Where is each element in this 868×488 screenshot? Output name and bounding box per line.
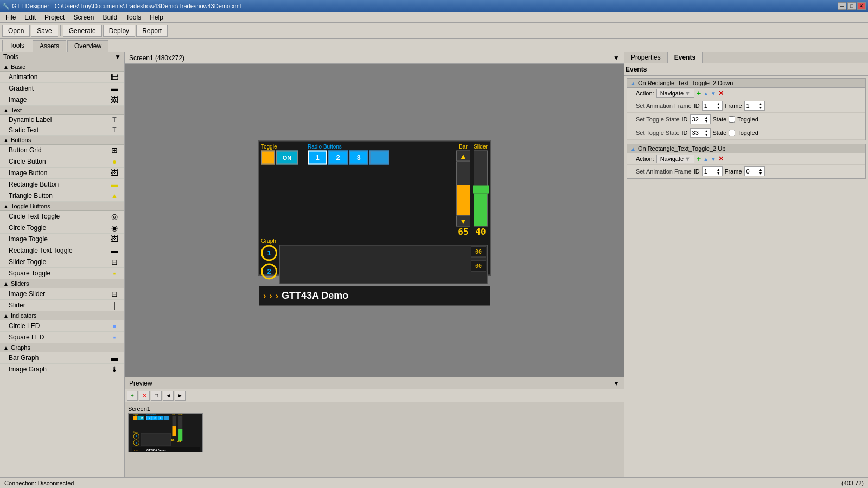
id-down-1[interactable]: ▼	[717, 106, 720, 110]
frame-spinner-1[interactable]: ▲ ▼	[759, 102, 763, 110]
tool-image-slider[interactable]: Image Slider ⊟	[0, 288, 124, 300]
tool-circle-button[interactable]: Circle Button ●	[0, 156, 124, 168]
preview-thumb[interactable]: ON 1 2 3	[128, 413, 203, 452]
slider-thumb[interactable]	[473, 185, 489, 193]
graph-circle-1[interactable]: 1	[261, 245, 277, 261]
tool-static-text[interactable]: Static Text T	[0, 125, 124, 136]
bar-down-btn[interactable]: ▼	[456, 215, 470, 226]
toggle-32-spinner[interactable]: ▲ ▼	[705, 115, 709, 123]
category-toggle-buttons[interactable]: ▲ Toggle Buttons	[0, 202, 124, 211]
tool-image[interactable]: Image 🖼	[0, 94, 124, 106]
generate-button[interactable]: Generate	[63, 25, 102, 37]
category-basic[interactable]: ▲ Basic	[0, 62, 124, 72]
bar-up-btn[interactable]: ▲	[456, 150, 470, 161]
set-toggle-33-id-input[interactable]: 33 ▲ ▼	[690, 128, 711, 138]
tool-image-toggle[interactable]: Image Toggle 🖼	[0, 234, 124, 245]
category-buttons[interactable]: ▲ Buttons	[0, 136, 124, 145]
tool-rectangle-button[interactable]: Rectangle Button ▬	[0, 179, 124, 190]
toggle-on-btn[interactable]: ON	[276, 150, 298, 164]
tool-bar-graph[interactable]: Bar Graph ▬	[0, 352, 124, 364]
menu-help[interactable]: Help	[145, 12, 168, 22]
tool-circle-text-toggle[interactable]: Circle Text Toggle ◎	[0, 211, 124, 222]
panel-scroll-area[interactable]: ▲ Basic Animation 🎞 Gradient ▬ Image 🖼 ▲…	[0, 62, 124, 474]
toggle-32-up[interactable]: ▲	[705, 115, 709, 119]
preview-btn-remove[interactable]: ✕	[139, 391, 150, 401]
set-anim-frame-1-id-input[interactable]: 1 ▲ ▼	[702, 101, 723, 111]
radio-btn-1[interactable]: 1	[308, 150, 327, 164]
category-indicators[interactable]: ▲ Indicators	[0, 311, 124, 320]
radio-btn-2[interactable]: 2	[328, 150, 348, 164]
preview-btn-add[interactable]: +	[127, 391, 138, 401]
frame-up-2[interactable]: ▲	[759, 168, 763, 171]
tool-square-toggle[interactable]: Square Toggle ▪	[0, 268, 124, 279]
id-spinner-2[interactable]: ▲ ▼	[717, 168, 720, 175]
toggle-yellow-btn[interactable]	[261, 150, 275, 164]
menu-edit[interactable]: Edit	[20, 12, 40, 22]
tool-button-grid[interactable]: Button Grid ⊞	[0, 145, 124, 156]
tool-rectangle-text-toggle[interactable]: Rectangle Text Toggle ▬	[0, 245, 124, 256]
menu-project[interactable]: Project	[40, 12, 69, 22]
toggle-33-up[interactable]: ▲	[705, 129, 709, 133]
tool-dynamic-label[interactable]: Dynamic Label T	[0, 115, 124, 125]
minimize-button[interactable]: ─	[838, 2, 846, 10]
category-text[interactable]: ▲ Text	[0, 106, 124, 115]
set-toggle-32-id-input[interactable]: 32 ▲ ▼	[690, 114, 711, 124]
tool-triangle-button[interactable]: Triangle Button ▲	[0, 190, 124, 202]
category-graphs[interactable]: ▲ Graphs	[0, 343, 124, 352]
tool-animation[interactable]: Animation 🎞	[0, 72, 124, 83]
tool-image-graph[interactable]: Image Graph 🌡	[0, 364, 124, 375]
toggle-33-spinner[interactable]: ▲ ▼	[705, 129, 709, 137]
id-up-1[interactable]: ▲	[717, 102, 720, 106]
preview-btn-prev[interactable]: ◄	[163, 391, 174, 401]
tab-assets[interactable]: Assets	[33, 40, 66, 52]
frame-down-2[interactable]: ▼	[759, 171, 763, 175]
event-2-action-btn[interactable]: Navigate ▼	[656, 155, 694, 163]
slider-track[interactable]	[474, 150, 488, 226]
menu-tools[interactable]: Tools	[122, 12, 145, 22]
menu-build[interactable]: Build	[98, 12, 122, 22]
tab-overview[interactable]: Overview	[67, 40, 108, 52]
canvas-dropdown[interactable]: ▼	[613, 54, 620, 62]
toggle-32-down[interactable]: ▼	[705, 119, 709, 123]
graph-circle-2[interactable]: 2	[261, 263, 277, 279]
event-2-up-btn[interactable]: ▲	[703, 156, 709, 162]
tool-gradient[interactable]: Gradient ▬	[0, 83, 124, 94]
toggled-32-checkbox[interactable]	[729, 116, 735, 123]
tool-circle-toggle[interactable]: Circle Toggle ◉	[0, 222, 124, 234]
right-tab-properties[interactable]: Properties	[624, 52, 668, 63]
menu-screen[interactable]: Screen	[69, 12, 98, 22]
set-anim-frame-2-id-input[interactable]: 1 ▲ ▼	[702, 166, 723, 176]
right-tab-events[interactable]: Events	[668, 52, 703, 63]
open-button[interactable]: Open	[2, 25, 30, 37]
close-button[interactable]: ✕	[857, 2, 866, 10]
frame-spinner-2[interactable]: ▲ ▼	[759, 168, 763, 175]
tool-square-led[interactable]: Square LED ▪	[0, 332, 124, 343]
event-1-delete-btn[interactable]: ✕	[718, 89, 724, 97]
toggled-33-checkbox[interactable]	[729, 130, 735, 136]
preview-dropdown[interactable]: ▼	[613, 380, 620, 387]
deploy-button[interactable]: Deploy	[103, 25, 135, 37]
tab-tools[interactable]: Tools	[2, 40, 31, 52]
tool-slider-toggle[interactable]: Slider Toggle ⊟	[0, 256, 124, 268]
report-button[interactable]: Report	[136, 25, 168, 37]
event-1-down-btn[interactable]: ▼	[711, 91, 716, 97]
category-sliders[interactable]: ▲ Sliders	[0, 279, 124, 288]
event-1-add-btn[interactable]: +	[697, 89, 701, 98]
id-spinner-1[interactable]: ▲ ▼	[717, 102, 720, 110]
maximize-button[interactable]: □	[847, 2, 856, 10]
toggle-33-down[interactable]: ▼	[705, 133, 709, 137]
event-1-arrow[interactable]: ▲	[630, 80, 636, 86]
event-2-arrow[interactable]: ▲	[630, 146, 636, 152]
event-1-action-btn[interactable]: Navigate ▼	[656, 89, 694, 98]
tool-image-button[interactable]: Image Button 🖼	[0, 168, 124, 179]
tool-slider[interactable]: Slider |	[0, 300, 124, 311]
menu-file[interactable]: File	[1, 12, 20, 22]
event-1-up-btn[interactable]: ▲	[703, 91, 709, 97]
frame-down-1[interactable]: ▼	[759, 106, 763, 110]
frame-up-1[interactable]: ▲	[759, 102, 763, 106]
radio-btn-3[interactable]: 3	[349, 150, 368, 164]
preview-btn-next[interactable]: ►	[175, 391, 186, 401]
id-down-2[interactable]: ▼	[717, 171, 720, 175]
radio-btn-empty[interactable]	[369, 150, 389, 164]
preview-btn-copy[interactable]: □	[151, 391, 162, 401]
